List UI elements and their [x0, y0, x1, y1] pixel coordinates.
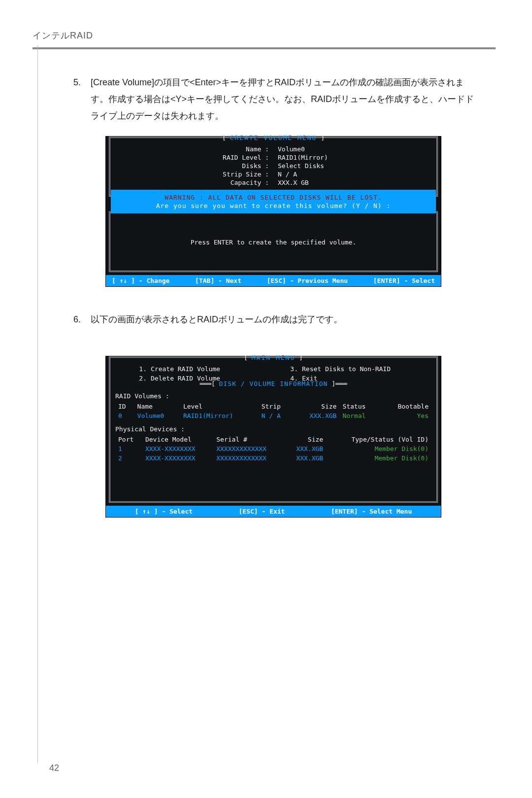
hint-updown: [ ↑↓ ] - Change	[112, 277, 169, 284]
bios1-title: [ CREATE VOLUME MENU ]	[115, 134, 432, 141]
bios-create-volume: [ CREATE VOLUME MENU ] Name :Volume0 RAI…	[106, 137, 441, 286]
bios2-footer: [ ↑↓ ] - Select [ESC] - Exit [ENTER] - S…	[106, 506, 441, 517]
bios-main-menu: [ MAIN MENU ] 1.Create RAID Volume 3.Res…	[106, 356, 441, 517]
bios1-fields: Name :Volume0 RAID Level :RAID1(Mirror) …	[178, 145, 368, 186]
hint-enter: [ENTER] - Select	[373, 277, 435, 284]
hint-tab: [TAB] - Next	[195, 277, 241, 284]
raid-volumes-label: RAID Volumes :	[115, 392, 432, 400]
step-number: 6.	[69, 311, 81, 328]
step-text: 以下の画面が表示されるとRAIDボリュームの作成は完了です。	[91, 311, 478, 328]
bios2-title: [ MAIN MENU ]	[115, 354, 432, 361]
physical-devices-label: Physical Devices :	[115, 425, 432, 433]
content: 5. [Create Volume]の項目で<Enter>キーを押すとRAIDボ…	[69, 74, 478, 517]
header-rule	[33, 47, 496, 49]
running-head: インテルRAID	[33, 30, 498, 41]
left-margin-rule	[37, 45, 38, 763]
bios1-help: Press ENTER to create the specified volu…	[115, 215, 432, 267]
table-row: 1 XXXX-XXXXXXXX XXXXXXXXXXXXX XXX.XGB Me…	[115, 444, 432, 453]
hint-esc: [ESC] - Previous Menu	[267, 277, 348, 284]
bios1-confirm-dialog: WARNING : ALL DATA ON SELECTED DISKS WIL…	[111, 190, 436, 213]
page: インテルRAID 5. [Create Volume]の項目で<Enter>キー…	[0, 0, 532, 798]
hint-updown: [ ↑↓ ] - Select	[135, 508, 193, 515]
hint-enter: [ENTER] - Select Menu	[331, 508, 412, 515]
hint-esc: [ESC] - Exit	[239, 508, 285, 515]
step-number: 5.	[69, 74, 81, 125]
table-row: 0 Volume0 RAID1(Mirror) N / A XXX.XGB No…	[115, 411, 432, 420]
step-5: 5. [Create Volume]の項目で<Enter>キーを押すとRAIDボ…	[69, 74, 478, 125]
bios1-footer: [ ↑↓ ] - Change [TAB] - Next [ESC] - Pre…	[106, 275, 441, 286]
page-number: 42	[49, 763, 59, 773]
bios2-menu: 1.Create RAID Volume 3.Reset Disks to No…	[133, 365, 432, 382]
physical-devices-table: Port Device Model Serial # Size Type/Sta…	[115, 435, 432, 463]
bios1-warning: WARNING : ALL DATA ON SELECTED DISKS WIL…	[116, 194, 431, 201]
table-row: 2 XXXX-XXXXXXXX XXXXXXXXXXXXX XXX.XGB Me…	[115, 453, 432, 463]
step-6: 6. 以下の画面が表示されるとRAIDボリュームの作成は完了です。	[69, 311, 478, 328]
bios1-prompt: Are you sure you want to create this vol…	[116, 202, 431, 209]
step-text: [Create Volume]の項目で<Enter>キーを押すとRAIDボリュー…	[91, 74, 478, 125]
raid-volumes-table: ID Name Level Strip Size Status Bootable…	[115, 402, 432, 420]
